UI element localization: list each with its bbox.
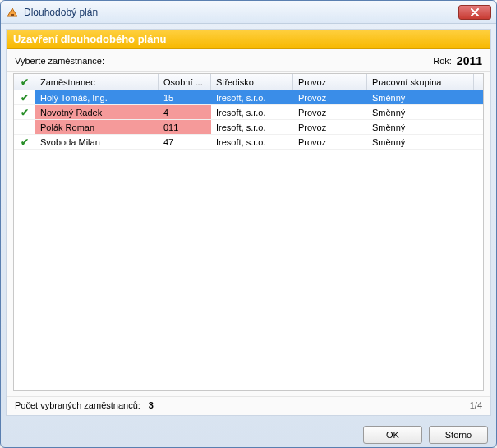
row-checkbox[interactable]: ✔ — [14, 135, 35, 149]
cell-workgroup: Směnný — [367, 90, 474, 104]
col-stred[interactable]: Středisko — [211, 74, 293, 90]
grid-footer: Počet vybraných zaměstnanců: 3 1/4 — [7, 396, 490, 415]
close-button[interactable] — [458, 5, 491, 20]
table-row[interactable]: ✔Novotný Radek4Iresoft, s.r.o.ProvozSměn… — [14, 105, 483, 120]
cell-workgroup: Směnný — [367, 105, 474, 119]
cell-operation: Provoz — [293, 105, 367, 119]
titlebar[interactable]: Dlouhodobý plán — [1, 1, 496, 24]
cell-workgroup: Směnný — [367, 120, 474, 134]
grid-header: ✔ Zaměstnanec Osobní ... Středisko Provo… — [14, 74, 483, 90]
cell-personal-number: 4 — [159, 105, 211, 119]
check-icon: ✔ — [21, 90, 29, 104]
row-checkbox[interactable]: ✔ — [14, 90, 35, 104]
row-checkbox[interactable] — [14, 120, 35, 134]
cell-operation: Provoz — [293, 135, 367, 149]
selected-count-label: Počet vybraných zaměstnanců: — [15, 400, 140, 410]
col-check[interactable]: ✔ — [14, 74, 35, 90]
table-row[interactable]: ✔Svoboda Milan47Iresoft, s.r.o.ProvozSmě… — [14, 135, 483, 150]
check-icon: ✔ — [21, 76, 29, 88]
col-name[interactable]: Zaměstnanec — [35, 74, 159, 90]
row-checkbox[interactable]: ✔ — [14, 105, 35, 119]
cell-personal-number: 011 — [159, 120, 211, 134]
dialog-window: Dlouhodobý plán Uzavření dlouhodobého pl… — [0, 0, 497, 448]
close-icon — [471, 8, 479, 16]
select-row: Vyberte zaměstnance: Rok: 2011 — [7, 49, 490, 72]
col-pers[interactable]: Osobní ... — [159, 74, 211, 90]
dialog-body: Uzavření dlouhodobého plánu Vyberte zamě… — [6, 29, 491, 416]
employee-grid: ✔ Zaměstnanec Osobní ... Středisko Provo… — [13, 73, 484, 391]
cell-name: Novotný Radek — [35, 105, 159, 119]
cell-center: Iresoft, s.r.o. — [211, 105, 293, 119]
cell-center: Iresoft, s.r.o. — [211, 120, 293, 134]
col-prov[interactable]: Provoz — [293, 74, 367, 90]
button-bar: OK Storno — [1, 421, 496, 447]
check-icon: ✔ — [21, 105, 29, 119]
window-title: Dlouhodobý plán — [24, 7, 458, 18]
page-indicator: 1/4 — [470, 400, 482, 410]
year-label: Rok: — [433, 56, 452, 66]
check-icon: ✔ — [21, 135, 29, 149]
cell-operation: Provoz — [293, 90, 367, 104]
select-label: Vyberte zaměstnance: — [15, 56, 433, 66]
svg-rect-0 — [11, 14, 14, 16]
col-skup[interactable]: Pracovní skupina — [367, 74, 474, 90]
cell-name: Svoboda Milan — [35, 135, 159, 149]
table-row[interactable]: Polák Roman011Iresoft, s.r.o.ProvozSměnn… — [14, 120, 483, 135]
cell-personal-number: 15 — [159, 90, 211, 104]
cell-center: Iresoft, s.r.o. — [211, 90, 293, 104]
cancel-button[interactable]: Storno — [429, 426, 488, 444]
cell-workgroup: Směnný — [367, 135, 474, 149]
cell-personal-number: 47 — [159, 135, 211, 149]
cell-center: Iresoft, s.r.o. — [211, 135, 293, 149]
cell-name: Holý Tomáš, Ing. — [35, 90, 159, 104]
banner-title: Uzavření dlouhodobého plánu — [7, 30, 490, 49]
table-row[interactable]: ✔Holý Tomáš, Ing.15Iresoft, s.r.o.Provoz… — [14, 90, 483, 105]
grid-body[interactable]: ✔Holý Tomáš, Ing.15Iresoft, s.r.o.Provoz… — [14, 90, 483, 390]
ok-button[interactable]: OK — [363, 426, 422, 444]
year-value: 2011 — [457, 54, 482, 67]
cell-name: Polák Roman — [35, 120, 159, 134]
app-icon — [6, 6, 19, 19]
selected-count-value: 3 — [149, 400, 154, 410]
cell-operation: Provoz — [293, 120, 367, 134]
